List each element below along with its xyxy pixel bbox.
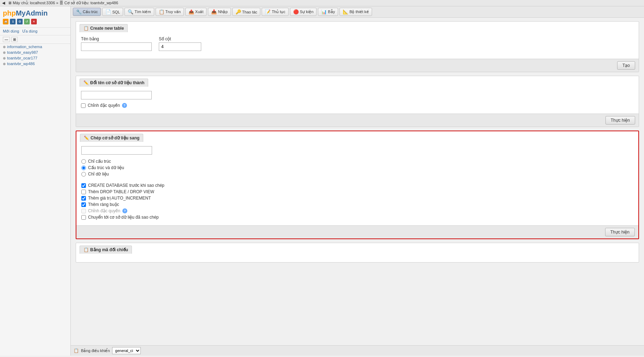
create-table-icon: 📋 bbox=[83, 26, 89, 31]
table-cols-input[interactable] bbox=[159, 42, 201, 51]
toolbar-btn-nhap[interactable]: 📥 Nhập bbox=[208, 8, 231, 16]
db-name-wp486: toantvbr_wp486 bbox=[7, 62, 35, 66]
topbar: ◀ 🖥 Máy chủ: localhost:3306 » 🗄 Cơ sở dữ… bbox=[0, 0, 644, 6]
copy-db-input[interactable] bbox=[81, 146, 152, 155]
new-user-link[interactable]: Mới dùng bbox=[3, 29, 19, 33]
check-create-db-input[interactable] bbox=[81, 183, 86, 188]
toolbar-btn-bo-thiet-ke[interactable]: 📐 Bộ thiết kế bbox=[340, 8, 372, 16]
toolbar-btn-truy-van[interactable]: 📋 Truy vấn bbox=[156, 8, 184, 16]
bottom-bar: 📋 Bảng điều khiển general_ci bbox=[71, 345, 644, 356]
thao-tac-icon: 🔑 bbox=[236, 9, 241, 15]
toolbar-btn-su-kien[interactable]: 🔴 Sự kiện bbox=[290, 8, 317, 16]
check-rang-buoc-input[interactable] bbox=[81, 202, 86, 207]
rename-db-footer: Thực hiện bbox=[76, 114, 639, 127]
expand-all-btn[interactable]: ⊞ bbox=[11, 37, 18, 42]
logo-icon-info[interactable]: ℹ bbox=[10, 19, 16, 24]
db-icon: 🗄 bbox=[59, 1, 63, 5]
rename-priv-help-icon[interactable]: ? bbox=[122, 103, 127, 108]
rename-db-tab[interactable]: ✏️ Đổi tên cơ sở dữ liệu thành bbox=[80, 79, 148, 87]
su-kien-icon: 🔴 bbox=[293, 9, 299, 15]
sep1: » bbox=[56, 1, 59, 5]
nhap-icon: 📥 bbox=[211, 9, 217, 15]
radio-chi-cau-truc-input[interactable] bbox=[81, 159, 86, 164]
truy-van-label: Truy vấn bbox=[166, 10, 181, 14]
expand-icon-ocar177: ⊕ bbox=[3, 56, 6, 60]
create-table-form-row: Tên bảng Số cột bbox=[81, 36, 634, 51]
favorites-link[interactable]: Ưa dùng bbox=[22, 29, 37, 33]
toolbar-btn-thu-tuc[interactable]: 📝 Thủ tục bbox=[262, 8, 288, 16]
create-table-btn[interactable]: Tạo bbox=[617, 61, 635, 70]
breadcrumb: 🖥 Máy chủ: localhost:3306 » 🗄 Cơ sở dữ l… bbox=[8, 1, 118, 5]
copy-db-header: ✏️ Chép cơ sở dữ liệu sang bbox=[80, 131, 143, 142]
db-name-information-schema: information_schema bbox=[7, 45, 42, 49]
rename-db-btn[interactable]: Thực hiện bbox=[605, 116, 635, 125]
logo-icon-power[interactable]: ✕ bbox=[31, 19, 37, 24]
thao-tac-label: Thao tác bbox=[242, 10, 257, 14]
chinh-dac-quyen-help-icon[interactable]: ? bbox=[122, 208, 127, 213]
logo-icon-home[interactable]: 🏠 bbox=[3, 19, 8, 24]
sidebar: phpMyAdmin 🏠 ℹ ⚙ ↺ ✕ Mới dùng Ưa dùng — … bbox=[0, 6, 71, 356]
check-drop-table-label: Thêm DROP TABLE / DROP VIEW bbox=[88, 189, 154, 194]
radio-cau-truc-va-du-lieu-label: Cấu trúc và dữ liệu bbox=[88, 165, 124, 170]
rename-priv-label: Chỉnh đặc quyền bbox=[88, 103, 120, 108]
create-table-section: 📋 Create new table Tên bảng Số cột bbox=[76, 21, 639, 72]
logo-icon-settings[interactable]: ⚙ bbox=[17, 19, 23, 24]
bang-ma-body bbox=[76, 254, 639, 262]
sql-icon: 📄 bbox=[105, 9, 111, 15]
logo-php: php bbox=[3, 9, 16, 17]
bang-ma-header: 📋 Bảng mã đối chiếu bbox=[80, 243, 132, 254]
check-drop-table-input[interactable] bbox=[81, 190, 86, 194]
user-links: Mới dùng Ưa dùng bbox=[0, 28, 70, 35]
db-name-easy987: toantvbr_easy987 bbox=[7, 50, 38, 54]
table-name-input[interactable] bbox=[81, 42, 152, 51]
radio-chi-du-lieu-input[interactable] bbox=[81, 172, 86, 177]
bang-ma-tab[interactable]: 📋 Bảng mã đối chiếu bbox=[80, 246, 132, 254]
check-chuyen-toi-input[interactable] bbox=[81, 215, 86, 220]
collapse-icon[interactable]: ◀ bbox=[2, 1, 5, 5]
radio-chi-cau-truc-label: Chỉ cấu trúc bbox=[88, 159, 111, 164]
bottom-label: Bảng điều khiển bbox=[81, 349, 110, 353]
check-rang-buoc: Thêm ràng buộc bbox=[81, 202, 633, 207]
bottom-table-icon: 📋 bbox=[74, 348, 79, 353]
create-table-tab[interactable]: 📋 Create new table bbox=[80, 24, 128, 32]
db-item-information-schema[interactable]: ⊕ information_schema bbox=[0, 44, 70, 50]
db-item-easy987[interactable]: ⊕ toantvbr_easy987 bbox=[0, 50, 70, 55]
check-auto-inc-input[interactable] bbox=[81, 196, 86, 201]
toolbar-btn-bay[interactable]: 📊 Bẫy bbox=[318, 8, 338, 16]
db-collapse-controls: — ⊞ bbox=[0, 35, 70, 44]
logo-icon-refresh[interactable]: ↺ bbox=[24, 19, 30, 24]
copy-db-btn[interactable]: Thực hiện bbox=[605, 228, 635, 236]
bottom-select[interactable]: general_ci bbox=[112, 347, 141, 354]
toolbar-btn-thao-tac[interactable]: 🔑 Thao tác bbox=[232, 8, 261, 16]
check-chinh-dac-quyen-label: Chỉnh đặc quyền bbox=[88, 208, 120, 213]
bay-icon: 📊 bbox=[321, 9, 327, 15]
rename-db-input[interactable] bbox=[81, 91, 152, 99]
radio-cau-truc-va-du-lieu-input[interactable] bbox=[81, 166, 86, 170]
sql-label: SQL bbox=[112, 10, 120, 14]
radio-cau-truc-va-du-lieu: Cấu trúc và dữ liệu bbox=[81, 165, 633, 170]
xuat-label: Xuất bbox=[195, 10, 204, 14]
create-table-header: 📋 Create new table bbox=[80, 21, 128, 32]
db-list: ⊕ information_schema ⊕ toantvbr_easy987 … bbox=[0, 44, 70, 67]
check-rang-buoc-label: Thêm ràng buộc bbox=[88, 202, 119, 207]
copy-db-tab[interactable]: ✏️ Chép cơ sở dữ liệu sang bbox=[80, 134, 143, 142]
db-item-ocar177[interactable]: ⊕ toantvbr_ocar177 bbox=[0, 55, 70, 61]
db-item-wp486[interactable]: ⊕ toantvbr_wp486 bbox=[0, 61, 70, 67]
toolbar-btn-xuat[interactable]: 📤 Xuất bbox=[185, 8, 207, 16]
check-create-db: CREATE DATABASE trước khi sao chép bbox=[81, 183, 633, 188]
create-table-title: Create new table bbox=[90, 26, 124, 31]
rename-db-section: ✏️ Đổi tên cơ sở dữ liệu thành Chỉnh đặc… bbox=[76, 76, 639, 127]
logo-icons: 🏠 ℹ ⚙ ↺ ✕ bbox=[3, 19, 68, 24]
cau-truc-label: Cấu trúc bbox=[83, 10, 98, 14]
toolbar-btn-tim-kiem[interactable]: 🔍 Tìm kiếm bbox=[124, 8, 154, 16]
table-cols-group: Số cột bbox=[159, 36, 201, 51]
tim-kiem-label: Tìm kiếm bbox=[134, 10, 151, 14]
toolbar-btn-cau-truc[interactable]: 🔧 Cấu trúc bbox=[73, 8, 101, 16]
main-panel: 🔧 Cấu trúc 📄 SQL 🔍 Tìm kiếm 📋 Truy vấn 📤… bbox=[71, 6, 644, 356]
rename-db-priv-check: Chỉnh đặc quyền ? bbox=[81, 103, 634, 108]
toolbar-btn-sql[interactable]: 📄 SQL bbox=[102, 8, 123, 16]
collapse-all-btn[interactable]: — bbox=[3, 37, 10, 42]
radio-chi-cau-truc: Chỉ cấu trúc bbox=[81, 159, 633, 164]
rename-priv-checkbox[interactable] bbox=[81, 103, 86, 108]
content-area: 📋 Create new table Tên bảng Số cột bbox=[71, 18, 644, 345]
